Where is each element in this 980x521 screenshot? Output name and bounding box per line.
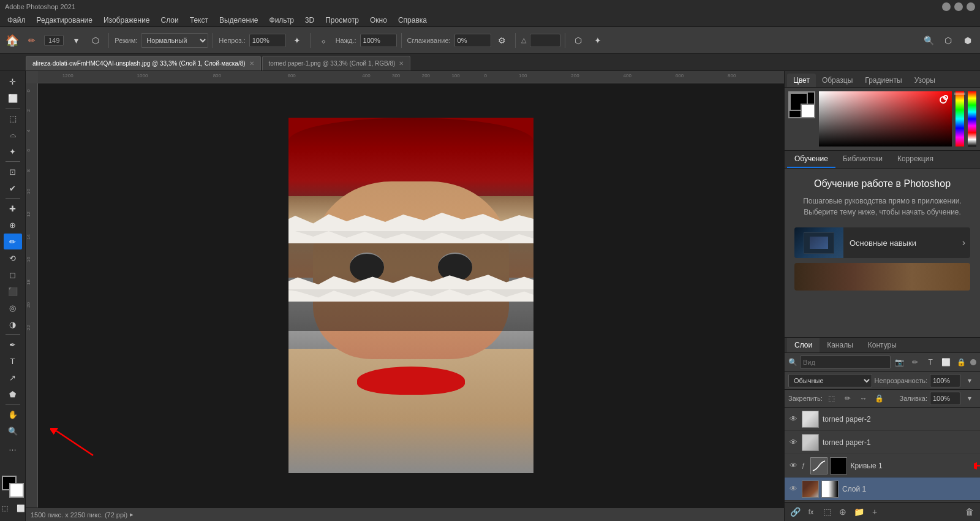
layers-opacity-input[interactable] — [930, 374, 960, 387]
add-mask-button[interactable]: ⬚ — [820, 505, 834, 519]
menu-view[interactable]: Просмотр — [320, 15, 364, 26]
layer-item-torned2[interactable]: 👁 torned paper-2 — [785, 408, 980, 431]
add-link-button[interactable]: 🔗 — [788, 505, 802, 519]
layers-icon-btn-1[interactable]: 📷 — [893, 356, 906, 369]
layers-icon-btn-4[interactable]: ⬜ — [940, 356, 952, 369]
layers-icon-btn-3[interactable]: T — [924, 356, 937, 369]
eraser-tool[interactable]: ◻ — [4, 267, 22, 283]
lock-pixels-btn[interactable]: ⬚ — [825, 392, 839, 405]
marquee-tool[interactable]: ⬚ — [4, 110, 22, 126]
layer-eye-curves[interactable]: 👁 — [788, 461, 798, 470]
tab-torned-paper[interactable]: torned paper-1.png @ 33,3% (Слой 1, RGB/… — [262, 56, 411, 70]
layer-item-torned1[interactable]: 👁 torned paper-1 — [785, 431, 980, 454]
layers-icon-btn-5[interactable]: 🔒 — [955, 356, 968, 369]
flow-input[interactable] — [360, 34, 397, 47]
lock-artboard-btn[interactable]: ↔ — [857, 392, 870, 405]
tab-main-document[interactable]: alireza-dolati-owFmHMC4QAI-unsplash.jpg … — [26, 56, 261, 70]
layer-item-curves[interactable]: 👁 ƒ Кривые 1 — [785, 454, 980, 477]
pressure-button[interactable]: ⬡ — [570, 32, 587, 49]
crop-tool[interactable]: ⊡ — [4, 164, 22, 180]
layers-opacity-arrow[interactable]: ▾ — [963, 374, 976, 387]
layers-icon-btn-2[interactable]: ✏ — [908, 356, 921, 369]
maximize-button[interactable] — [954, 2, 963, 11]
opacity-input[interactable] — [249, 34, 286, 47]
tutorial-card-basics[interactable]: Основные навыки › — [794, 227, 970, 258]
smooth-settings-button[interactable]: ⚙ — [494, 32, 511, 49]
ps-home-button[interactable]: 🏠 — [4, 32, 21, 49]
layers-fill-arrow[interactable]: ▾ — [963, 392, 976, 405]
foreground-swatch[interactable] — [788, 91, 815, 118]
menu-image[interactable]: Изображение — [99, 15, 155, 26]
magic-wand-tool[interactable]: ✦ — [4, 143, 22, 159]
menu-filter[interactable]: Фильтр — [265, 15, 299, 26]
tab-libraries[interactable]: Библиотеки — [835, 151, 890, 168]
move-tool[interactable]: ✛ — [4, 74, 22, 89]
more-tools[interactable]: … — [4, 439, 22, 455]
blur-tool[interactable]: ◎ — [4, 300, 22, 316]
tutorial-chevron-basics[interactable]: › — [962, 237, 970, 248]
angle-input[interactable]: 0° — [530, 34, 560, 47]
path-tool[interactable]: ↗ — [4, 370, 22, 386]
background-color[interactable] — [9, 483, 24, 498]
brush-style-button[interactable]: ⬡ — [87, 32, 104, 49]
menu-window[interactable]: Окно — [365, 15, 392, 26]
color-tab-gradients[interactable]: Градиенты — [859, 74, 908, 87]
layers-fill-input[interactable] — [930, 392, 960, 405]
brush-picker-button[interactable]: ▾ — [67, 32, 85, 49]
eyedropper-tool[interactable]: ✔ — [4, 180, 22, 196]
layer-eye-torned1[interactable]: 👁 — [788, 438, 798, 447]
lasso-tool[interactable]: ⌓ — [4, 127, 22, 143]
lock-position-btn[interactable]: ✏ — [841, 392, 854, 405]
smooth-input[interactable] — [454, 34, 491, 47]
menu-layers[interactable]: Слои — [156, 15, 184, 26]
arrange-button[interactable]: ⬢ — [959, 32, 976, 49]
layer-eye-layer1[interactable]: 👁 — [788, 484, 798, 493]
tab-paths[interactable]: Контуры — [861, 338, 904, 352]
menu-text[interactable]: Текст — [185, 15, 213, 26]
menu-edit[interactable]: Редактирование — [32, 15, 97, 26]
layers-filter-input[interactable] — [800, 356, 891, 369]
history-brush-tool[interactable]: ⟲ — [4, 250, 22, 266]
layer-item-layer1[interactable]: 👁 Слой 1 — [785, 477, 980, 501]
menu-3d[interactable]: 3D — [300, 15, 319, 26]
minimize-button[interactable] — [942, 2, 951, 11]
workspace-button[interactable]: ⬡ — [940, 32, 957, 49]
layers-blend-mode[interactable]: Обычные — [788, 374, 872, 387]
blend-mode-select[interactable]: Нормальный — [141, 33, 208, 48]
search-button[interactable]: 🔍 — [920, 32, 937, 49]
tab-correction[interactable]: Коррекция — [890, 151, 941, 168]
dodge-tool[interactable]: ◑ — [4, 316, 22, 332]
close-button[interactable] — [967, 2, 975, 11]
tab-layers[interactable]: Слои — [787, 338, 820, 352]
color-tab-color[interactable]: Цвет — [787, 74, 816, 87]
brush-tool[interactable]: ✏ — [4, 234, 22, 249]
lock-all-btn[interactable]: 🔒 — [873, 392, 886, 405]
quick-mask-button[interactable]: ⬚ — [0, 501, 12, 515]
pen-tool[interactable]: ✒ — [4, 337, 22, 352]
clone-tool[interactable]: ⊕ — [4, 217, 22, 233]
stylus-button[interactable]: ✦ — [589, 32, 606, 49]
color-tab-patterns[interactable]: Узоры — [908, 74, 941, 87]
bg-swatch-box[interactable] — [801, 104, 815, 118]
healing-tool[interactable]: ✚ — [4, 200, 22, 216]
menu-help[interactable]: Справка — [393, 15, 432, 26]
add-group-button[interactable]: 📁 — [852, 505, 865, 519]
color-tab-swatches[interactable]: Образцы — [816, 74, 859, 87]
add-layer-button[interactable]: + — [868, 505, 881, 519]
artboard-tool[interactable]: ⬜ — [4, 90, 22, 106]
zoom-tool[interactable]: 🔍 — [4, 423, 22, 439]
gradient-tool[interactable]: ⬛ — [4, 283, 22, 299]
menu-select[interactable]: Выделение — [214, 15, 263, 26]
color-spectrum[interactable] — [819, 91, 952, 146]
tab-channels[interactable]: Каналы — [820, 338, 861, 352]
brush-tool-button[interactable]: ✏ — [23, 32, 40, 49]
opacity-toggle-button[interactable]: ✦ — [288, 32, 306, 49]
hand-tool[interactable]: ✋ — [4, 406, 22, 422]
tab-torned-close[interactable]: ✕ — [399, 60, 404, 67]
color-spectrum-full[interactable] — [968, 91, 976, 146]
shape-tool[interactable]: ⬟ — [4, 386, 22, 402]
hue-slider[interactable] — [956, 91, 964, 146]
delete-layer-button[interactable]: 🗑 — [963, 505, 976, 519]
add-adjustment-button[interactable]: ⊕ — [836, 505, 850, 519]
tab-main-close[interactable]: ✕ — [249, 60, 254, 67]
